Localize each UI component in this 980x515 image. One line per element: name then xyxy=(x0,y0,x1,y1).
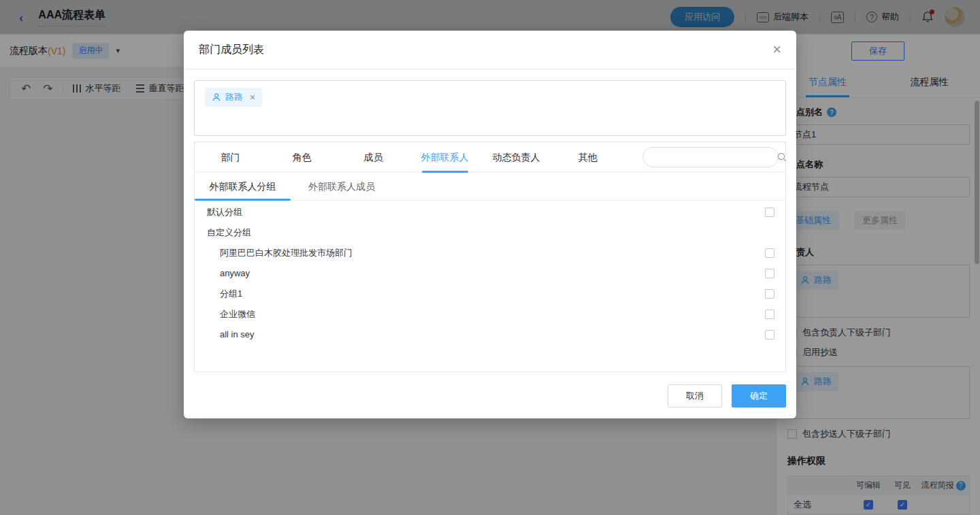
member-picker-container: 部门 角色 成员 外部联系人 动态负责人 其他 外部联系人分组 外部联系人成员 xyxy=(194,142,786,372)
picker-subtabs: 外部联系人分组 外部联系人成员 xyxy=(195,172,785,201)
tab-external-contact[interactable]: 外部联系人 xyxy=(409,142,480,172)
row-checkbox[interactable] xyxy=(765,289,774,299)
list-item[interactable]: 自定义分组 xyxy=(195,222,785,243)
header-dim-strip xyxy=(0,0,980,34)
row-checkbox[interactable] xyxy=(765,310,774,319)
tab-department[interactable]: 部门 xyxy=(195,142,266,172)
remove-chip-icon[interactable]: × xyxy=(250,92,255,103)
selected-member-name: 路路 xyxy=(225,91,243,103)
person-icon xyxy=(212,93,221,102)
close-icon[interactable]: × xyxy=(772,42,781,57)
cancel-button[interactable]: 取消 xyxy=(668,384,722,408)
row-checkbox[interactable] xyxy=(765,207,774,217)
group-list: 默认分组 自定义分组 阿里巴巴白木胶处理批发市场部门 anyway 分组1 xyxy=(195,201,785,345)
row-checkbox[interactable] xyxy=(765,330,774,339)
list-item[interactable]: all in sey xyxy=(195,325,785,345)
app-root: ‹ AAA流程表单 应用访问 </> 后端脚本 ≡A ? 帮助 xyxy=(0,0,980,515)
department-member-dialog: 部门成员列表 × 路路 × 部门 角色 成员 外部联系人 动态负责人 其他 xyxy=(184,31,796,418)
list-item[interactable]: 企业微信 xyxy=(195,304,785,325)
search-icon[interactable] xyxy=(777,152,787,163)
selected-member-chip: 路路 × xyxy=(205,88,262,107)
subtab-external-members[interactable]: 外部联系人成员 xyxy=(291,172,393,200)
search-input[interactable] xyxy=(643,152,777,163)
selected-members-box[interactable]: 路路 × xyxy=(194,80,786,136)
list-item[interactable]: 分组1 xyxy=(195,284,785,304)
row-checkbox[interactable] xyxy=(765,269,774,278)
list-item[interactable]: anyway xyxy=(195,263,785,284)
list-item[interactable]: 阿里巴巴白木胶处理批发市场部门 xyxy=(195,243,785,263)
dialog-footer: 取消 确定 xyxy=(668,384,786,408)
list-item[interactable]: 默认分组 xyxy=(195,202,785,222)
dialog-title: 部门成员列表 xyxy=(199,43,264,57)
tab-member[interactable]: 成员 xyxy=(338,142,409,172)
confirm-button[interactable]: 确定 xyxy=(732,384,786,408)
tab-role[interactable]: 角色 xyxy=(266,142,338,172)
row-checkbox[interactable] xyxy=(765,248,774,258)
dialog-header: 部门成员列表 × xyxy=(184,31,796,69)
subtab-external-groups[interactable]: 外部联系人分组 xyxy=(195,172,291,200)
tab-dynamic-owner[interactable]: 动态负责人 xyxy=(480,142,552,172)
picker-tabs: 部门 角色 成员 外部联系人 动态负责人 其他 xyxy=(195,142,785,172)
picker-search xyxy=(642,147,779,167)
tab-other[interactable]: 其他 xyxy=(552,142,623,172)
